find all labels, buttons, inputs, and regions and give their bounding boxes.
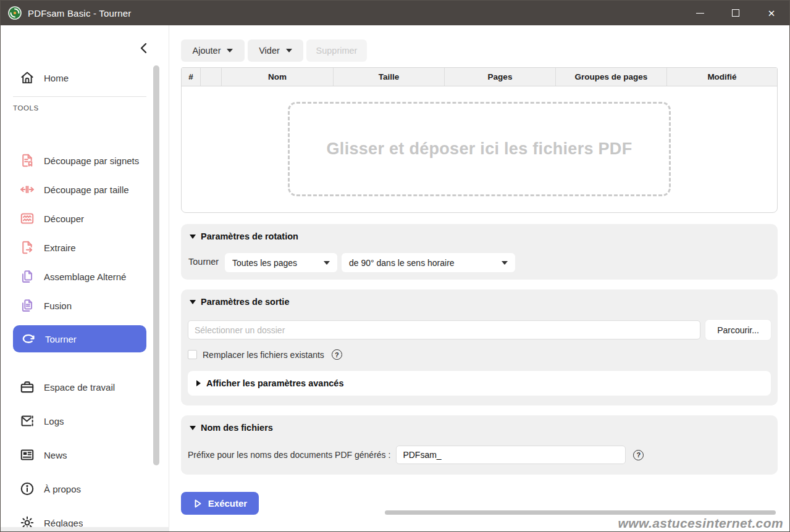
clear-button-label: Vider: [259, 46, 280, 56]
add-button[interactable]: Ajouter: [181, 39, 245, 62]
sidebar-collapse-button[interactable]: [137, 41, 150, 55]
sidebar-item-label: À propos: [44, 484, 81, 494]
prefix-input[interactable]: [396, 446, 626, 464]
clear-button[interactable]: Vider: [248, 39, 303, 62]
sidebar-item-about[interactable]: À propos: [1, 478, 154, 499]
sidebar-scrollbar[interactable]: [153, 65, 159, 465]
sidebar-item-logs[interactable]: Logs: [1, 410, 154, 431]
advanced-settings-toggle[interactable]: Afficher les paramètres avancés: [188, 371, 771, 396]
rotation-settings-panel: Paramètres de rotation Tourner Toutes le…: [181, 224, 778, 280]
sidebar-item-split[interactable]: Découper: [1, 208, 154, 229]
close-icon: ✕: [768, 9, 776, 18]
close-button[interactable]: ✕: [754, 1, 789, 25]
sidebar-item-label: Fusion: [44, 301, 72, 311]
column-header-index[interactable]: #: [182, 68, 201, 86]
triangle-down-icon: [190, 300, 196, 304]
drop-zone-hint: Glisser et déposer ici les fichiers PDF: [327, 139, 632, 159]
output-settings-header[interactable]: Paramètres de sortie: [190, 297, 289, 307]
chevron-down-icon: [227, 49, 233, 52]
split-by-bookmarks-icon: [19, 152, 35, 168]
sidebar-item-label: Découpage par taille: [44, 185, 129, 195]
overwrite-checkbox[interactable]: [188, 350, 197, 359]
sidebar-item-label: Assemblage Alterné: [44, 272, 126, 282]
sidebar-divider: [13, 96, 146, 97]
sidebar: Home TOOLS Découpage par signets Découpa…: [1, 25, 169, 531]
triangle-down-icon: [190, 426, 196, 430]
direction-select-value: de 90° dans le sens horaire: [349, 258, 455, 268]
filenames-header[interactable]: Nom des fichiers: [190, 423, 273, 433]
rotation-settings-title: Paramètres de rotation: [201, 231, 298, 241]
pdfsam-logo-icon: [8, 6, 22, 20]
run-button[interactable]: Exécuter: [181, 492, 259, 515]
sidebar-item-label: Découper: [44, 214, 84, 224]
main-content: Ajouter Vider Supprimer # Nom Taille Pag…: [169, 25, 789, 531]
output-folder-input[interactable]: [188, 320, 700, 339]
file-table: # Nom Taille Pages Groupes de pages Modi…: [181, 67, 778, 213]
sidebar-item-merge[interactable]: Fusion: [1, 295, 154, 316]
help-icon[interactable]: ?: [332, 349, 342, 360]
window-title: PDFsam Basic - Tourner: [28, 8, 132, 19]
column-header-modified[interactable]: Modifié: [667, 68, 777, 86]
triangle-down-icon: [190, 235, 196, 239]
minimize-button[interactable]: [682, 1, 718, 25]
pages-select[interactable]: Toutes les pages: [225, 253, 337, 272]
minimize-icon: [696, 13, 704, 14]
split-by-size-icon: [19, 181, 35, 197]
maximize-icon: [732, 9, 739, 17]
progress-bar: [385, 510, 776, 515]
titlebar: PDFsam Basic - Tourner ✕: [1, 1, 789, 25]
column-header-name[interactable]: Nom: [222, 68, 334, 86]
overwrite-label: Remplacer les fichiers existants: [203, 350, 324, 360]
sidebar-item-label: Extraire: [44, 243, 76, 253]
remove-button-label: Supprimer: [316, 46, 358, 56]
app-window: PDFsam Basic - Tourner ✕ Home TOOLS Déco…: [0, 0, 790, 532]
browse-button-label: Parcourir...: [717, 325, 759, 335]
filenames-title: Nom des fichiers: [201, 423, 273, 433]
about-icon: [19, 481, 35, 497]
overwrite-row: Remplacer les fichiers existants ?: [188, 349, 342, 360]
extract-icon: [19, 239, 35, 256]
help-icon[interactable]: ?: [633, 450, 644, 460]
add-button-label: Ajouter: [193, 46, 221, 56]
sidebar-item-news[interactable]: News: [1, 444, 154, 465]
sidebar-item-label: News: [44, 450, 67, 460]
split-icon: [19, 210, 35, 227]
news-icon: [19, 447, 35, 463]
alternate-mix-icon: [19, 268, 35, 285]
logs-icon: [19, 413, 35, 429]
tools-section-header: TOOLS: [13, 104, 39, 112]
chevron-left-icon: [140, 43, 147, 54]
sidebar-item-alternate-mix[interactable]: Assemblage Alterné: [1, 266, 154, 287]
pdf-drop-zone[interactable]: Glisser et déposer ici les fichiers PDF: [288, 102, 671, 196]
file-table-header: # Nom Taille Pages Groupes de pages Modi…: [182, 68, 777, 86]
watermark-text: www.astucesinternet.com: [618, 516, 784, 531]
rotate-label: Tourner: [188, 252, 219, 272]
sidebar-item-label: Espace de travail: [44, 382, 115, 393]
output-settings-title: Paramètres de sortie: [201, 297, 289, 307]
run-button-label: Exécuter: [208, 498, 247, 509]
maximize-button[interactable]: [718, 1, 754, 25]
sidebar-item-label: Logs: [44, 416, 64, 426]
prefix-label: Préfixe pour les noms des documents PDF …: [188, 450, 390, 460]
rotation-settings-header[interactable]: Paramètres de rotation: [190, 231, 298, 241]
column-header-size[interactable]: Taille: [334, 68, 445, 86]
chevron-down-icon: [286, 49, 292, 52]
sidebar-item-split-by-size[interactable]: Découpage par taille: [1, 179, 154, 200]
column-header-blank[interactable]: [201, 68, 222, 86]
chevron-down-icon: [324, 261, 330, 265]
column-header-page-groups[interactable]: Groupes de pages: [556, 68, 667, 86]
sidebar-item-label: Tourner: [45, 334, 77, 344]
sidebar-bottom-strip: [1, 527, 169, 531]
direction-select[interactable]: de 90° dans le sens horaire: [342, 253, 515, 272]
remove-button: Supprimer: [306, 39, 367, 62]
column-header-pages[interactable]: Pages: [445, 68, 556, 86]
sidebar-item-home[interactable]: Home: [1, 67, 154, 88]
sidebar-item-split-by-bookmarks[interactable]: Découpage par signets: [1, 150, 154, 171]
prefix-row: Préfixe pour les noms des documents PDF …: [188, 446, 771, 464]
sidebar-item-label: Home: [44, 73, 69, 83]
sidebar-item-workspace[interactable]: Espace de travail: [1, 376, 154, 397]
sidebar-item-rotate[interactable]: Tourner: [13, 325, 146, 352]
browse-button[interactable]: Parcourir...: [705, 320, 771, 340]
sidebar-item-label: Réglages: [44, 518, 83, 528]
sidebar-item-extract[interactable]: Extraire: [1, 237, 154, 258]
